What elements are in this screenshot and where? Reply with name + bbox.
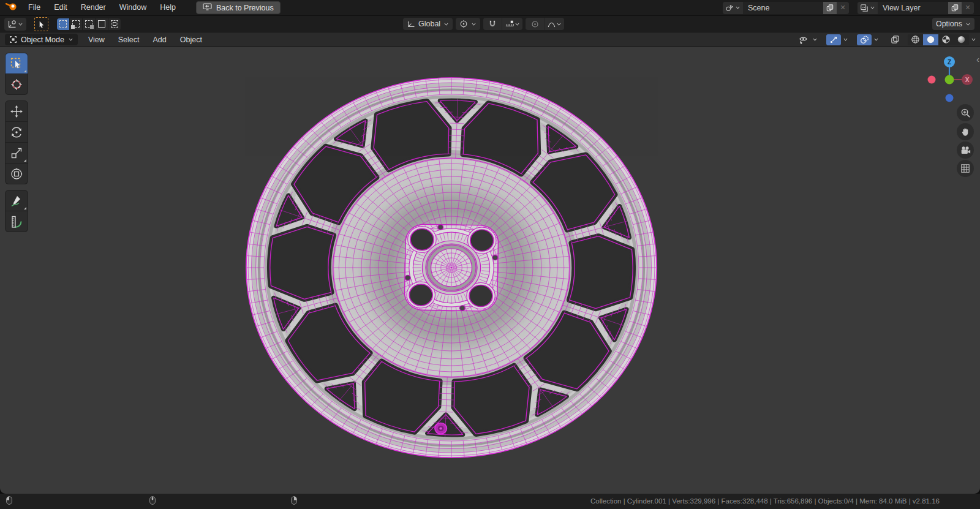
tool-measure[interactable] [5, 211, 28, 232]
viewport-3d[interactable]: Z X ‹ [0, 47, 980, 494]
tool-settings-bar: Global Options [0, 16, 980, 32]
select-mode-intersect[interactable] [108, 18, 121, 30]
menu-view[interactable]: View [81, 36, 111, 44]
back-to-previous-button[interactable]: Back to Previous [196, 1, 281, 14]
blender-logo-icon[interactable] [5, 2, 18, 13]
active-tool-indicator[interactable] [34, 17, 48, 31]
overlays-icon [860, 36, 869, 44]
scene-selector: Scene ✕ [723, 2, 849, 14]
rendered-sphere-icon [957, 35, 966, 44]
camera-view-button[interactable] [957, 141, 974, 159]
view-layer-icon [860, 4, 869, 12]
tool-rotate[interactable] [5, 122, 28, 143]
select-extend-icon [72, 20, 80, 28]
chevron-down-icon [812, 37, 818, 42]
chevron-down-icon [965, 21, 971, 27]
select-mode-extend[interactable] [70, 18, 83, 30]
rotate-icon [10, 126, 23, 139]
options-dropdown[interactable]: Options [932, 18, 974, 30]
wireframe-sphere-icon [911, 35, 920, 44]
show-overlays-toggle[interactable] [857, 34, 872, 45]
status-bar: Collection | Cylinder.001 | Verts:329,99… [0, 494, 980, 509]
falloff-curve-icon [547, 20, 556, 28]
menu-select[interactable]: Select [111, 36, 146, 44]
proportional-edit-toggle[interactable] [526, 18, 544, 30]
proportional-falloff-dropdown[interactable] [544, 18, 564, 30]
snap-with-dropdown[interactable] [502, 18, 522, 30]
orientation-value: Global [418, 20, 440, 28]
navigation-gizmo[interactable]: Z X [926, 56, 973, 105]
remove-view-layer-button[interactable]: ✕ [962, 2, 974, 14]
select-mode-set[interactable] [57, 18, 70, 30]
tool-transform[interactable] [5, 164, 28, 184]
scene-browse-button[interactable] [723, 2, 743, 14]
scene-icon [725, 4, 734, 12]
view-layer-selector: View Layer ✕ [858, 2, 974, 14]
show-gizmos-toggle[interactable] [826, 34, 841, 45]
mode-dropdown[interactable]: Object Mode [5, 34, 78, 45]
viewport-header: Object Mode View Select Add Object [0, 32, 980, 47]
tool-scale[interactable] [5, 143, 28, 164]
camera-icon [960, 146, 971, 155]
select-subtract-icon [85, 20, 92, 28]
chevron-down-icon [971, 37, 976, 42]
editor-3d-viewport-icon [7, 19, 17, 29]
tool-move[interactable] [5, 100, 28, 122]
chevron-down-icon [873, 37, 879, 42]
toggle-ortho-button[interactable] [957, 160, 974, 177]
shading-material-button[interactable] [938, 34, 954, 45]
tool-annotate[interactable] [5, 190, 28, 211]
sidebar-collapse-arrow[interactable]: ‹ [976, 55, 979, 64]
snap-toggle[interactable] [483, 18, 502, 30]
select-mode-invert[interactable] [96, 18, 108, 30]
axis-neg-z-ball [946, 94, 954, 102]
axis-z-label: Z [948, 59, 951, 66]
shading-mode-group [908, 34, 969, 45]
snap-increment-icon [505, 20, 514, 28]
view-layer-name-field[interactable]: View Layer [878, 4, 948, 12]
tool-select-box[interactable] [5, 53, 28, 74]
menu-edit[interactable]: Edit [47, 0, 74, 15]
xray-icon [891, 35, 900, 44]
scale-icon [10, 146, 23, 160]
shading-rendered-button[interactable] [954, 34, 969, 45]
shading-wireframe-button[interactable] [908, 34, 923, 45]
pan-button[interactable] [957, 123, 974, 140]
object-type-visibility-dropdown[interactable] [796, 34, 810, 45]
menu-file[interactable]: File [21, 0, 47, 15]
solid-sphere-icon [926, 35, 935, 44]
transform-settings-cluster: Global [403, 18, 564, 30]
menu-add[interactable]: Add [146, 36, 173, 44]
axis-neg-x-ball [928, 76, 936, 84]
menu-object[interactable]: Object [173, 36, 209, 44]
scene-name-field[interactable]: Scene [743, 4, 823, 12]
zoom-button[interactable] [957, 104, 974, 121]
measure-icon [10, 215, 23, 228]
tool-cursor[interactable] [5, 74, 28, 95]
unlink-scene-button[interactable]: ✕ [837, 2, 849, 14]
snapping-group [483, 18, 522, 30]
new-scene-button[interactable] [823, 2, 837, 14]
select-mode-subtract[interactable] [83, 18, 96, 30]
select-set-icon [59, 20, 67, 28]
new-view-layer-button[interactable] [948, 2, 962, 14]
view-layer-browse-button[interactable] [858, 2, 878, 14]
xray-toggle[interactable] [888, 34, 902, 45]
editor-type-dropdown[interactable] [4, 18, 26, 31]
zoom-icon [960, 108, 971, 118]
eye-filter-icon [798, 36, 809, 44]
menu-help[interactable]: Help [153, 0, 183, 15]
mode-value: Object Mode [21, 36, 64, 44]
object-mode-icon [9, 36, 17, 43]
viewport-header-right [796, 34, 976, 45]
select-box-icon [10, 57, 23, 70]
subtool-indicator [24, 207, 26, 209]
pivot-point-dropdown[interactable] [456, 18, 480, 30]
3d-cursor-icon [10, 78, 23, 91]
mouse-left-icon [6, 496, 12, 506]
chevron-down-icon [18, 21, 23, 27]
transform-orientation-dropdown[interactable]: Global [403, 18, 453, 30]
menu-window[interactable]: Window [113, 0, 153, 15]
menu-render[interactable]: Render [74, 0, 113, 15]
shading-solid-button[interactable] [923, 34, 938, 45]
